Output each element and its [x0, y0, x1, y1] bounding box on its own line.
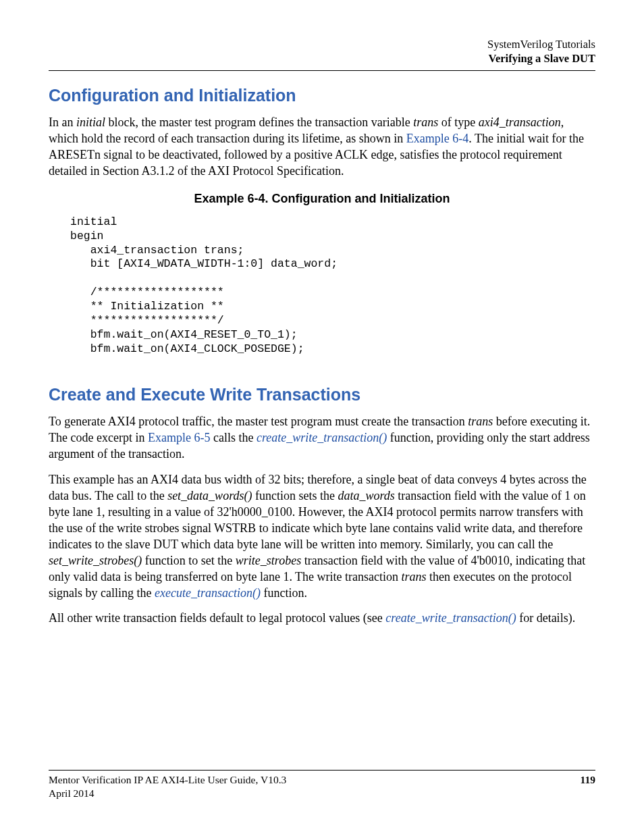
text-run: of type [438, 115, 478, 129]
text-italic: axi4_transaction [479, 115, 561, 129]
header-section: Verifying a Slave DUT [49, 51, 595, 66]
xref-link[interactable]: Example 6-4 [406, 132, 468, 145]
section-heading-create: Create and Execute Write Transactions [49, 385, 595, 405]
code-block-example-6-4: initial begin axi4_transaction trans; bi… [70, 215, 595, 357]
section2-paragraph3: All other write transaction fields defau… [49, 610, 595, 627]
footer-doc-title: Mentor Verification IP AE AXI4-Lite User… [49, 773, 286, 787]
text-italic: initial [76, 115, 105, 129]
page-footer: Mentor Verification IP AE AXI4-Lite User… [49, 770, 595, 800]
footer-page-number: 119 [581, 773, 595, 800]
section1-paragraph1: In an initial block, the master test pro… [49, 115, 595, 180]
document-page: SystemVerilog Tutorials Verifying a Slav… [0, 0, 644, 834]
text-italic: write_strobes [236, 554, 301, 567]
header-rule [49, 70, 595, 71]
text-run: To generate AXI4 protocol traffic, the m… [49, 415, 468, 428]
text-italic: trans [468, 415, 493, 428]
text-run: function. [261, 586, 307, 600]
spacer [49, 362, 595, 385]
text-run: function sets the [252, 489, 338, 502]
section2-paragraph1: To generate AXI4 protocol traffic, the m… [49, 414, 595, 463]
xref-link[interactable]: Example 6-5 [148, 431, 210, 444]
text-italic: set_write_strobes() [49, 554, 142, 567]
api-link[interactable]: create_write_transaction() [257, 431, 387, 444]
example-caption: Example 6-4. Configuration and Initializ… [49, 192, 595, 206]
text-run: for details). [516, 611, 575, 625]
text-run: In an [49, 115, 76, 129]
footer-rule [49, 770, 595, 771]
header-chapter: SystemVerilog Tutorials [49, 37, 595, 51]
api-link[interactable]: create_write_transaction() [385, 611, 516, 625]
text-run: block, the master test program defines t… [105, 115, 413, 129]
text-italic: trans [413, 115, 438, 129]
text-run: function to set the [142, 554, 235, 567]
page-header: SystemVerilog Tutorials Verifying a Slav… [49, 37, 595, 66]
footer-left: Mentor Verification IP AE AXI4-Lite User… [49, 773, 286, 800]
text-run: All other write transaction fields defau… [49, 611, 385, 625]
section-heading-config: Configuration and Initialization [49, 86, 595, 105]
section2-paragraph2: This example has an AXI4 data bus width … [49, 472, 595, 602]
text-italic: set_data_words() [167, 489, 252, 502]
text-run: calls the [210, 431, 256, 444]
footer-date: April 2014 [49, 787, 286, 800]
text-italic: data_words [338, 489, 394, 502]
api-link[interactable]: execute_transaction() [155, 586, 261, 600]
text-italic: trans [402, 570, 427, 583]
